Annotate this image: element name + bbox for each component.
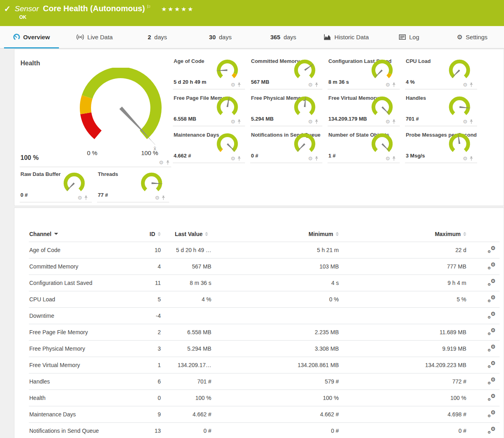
gear-icon[interactable]: ⚙ bbox=[77, 195, 82, 200]
cell-channel[interactable]: Free Virtual Memory bbox=[29, 357, 141, 373]
gauge-title: Age of Code bbox=[174, 58, 204, 64]
pin-icon[interactable] bbox=[237, 156, 241, 161]
table-row[interactable]: Downtime -4 ⚙⚙ bbox=[29, 307, 500, 324]
cell-last-value: 4 % bbox=[161, 291, 215, 307]
table-row[interactable]: Handles 6 701 # 579 # 772 # ⚙⚙ bbox=[29, 373, 500, 390]
pin-icon[interactable] bbox=[470, 156, 473, 161]
cell-id: 2 bbox=[141, 324, 161, 340]
tab-live-data[interactable]: Live Data bbox=[63, 26, 126, 48]
cell-channel[interactable]: Free Page File Memory bbox=[29, 324, 141, 340]
sensor-type-label: Sensor bbox=[15, 4, 39, 13]
cell-maximum: 5 % bbox=[343, 291, 470, 307]
gauge-card: Free Page File Memory 6.558 MB ⚙ bbox=[173, 91, 245, 126]
pin-icon[interactable] bbox=[470, 83, 473, 87]
header-maximum[interactable]: Maximum bbox=[343, 226, 470, 242]
pin-icon[interactable] bbox=[315, 83, 318, 87]
tab-overview[interactable]: Overview bbox=[0, 26, 63, 48]
gauge-chart bbox=[61, 170, 87, 195]
header-last-value[interactable]: Last Value bbox=[161, 226, 215, 242]
pin-icon[interactable] bbox=[315, 119, 318, 124]
cell-minimum: 3.308 MB bbox=[215, 340, 343, 357]
pin-icon[interactable] bbox=[162, 196, 165, 200]
table-row[interactable]: Free Virtual Memory 1 134.209.17… 134.20… bbox=[29, 357, 500, 373]
tab-label: Overview bbox=[23, 34, 50, 40]
cell-channel[interactable]: Age of Code bbox=[29, 242, 141, 258]
cell-channel[interactable]: Notifications in Send Queue bbox=[29, 422, 141, 438]
gear-icon[interactable]: ⚙ bbox=[308, 119, 313, 124]
channel-settings-icon[interactable]: ⚙⚙ bbox=[488, 345, 496, 351]
gear-icon[interactable]: ⚙ bbox=[463, 156, 468, 161]
table-row[interactable]: Configuration Last Saved 11 8 m 36 s 4 s… bbox=[29, 275, 500, 291]
header-id[interactable]: ID bbox=[141, 226, 161, 242]
cell-channel[interactable]: Configuration Last Saved bbox=[29, 275, 141, 291]
gear-icon[interactable]: ⚙ bbox=[463, 119, 468, 124]
cell-maximum: 772 # bbox=[343, 373, 470, 390]
channel-settings-icon[interactable]: ⚙⚙ bbox=[488, 246, 496, 253]
gear-icon[interactable]: ⚙ bbox=[231, 119, 235, 124]
cell-minimum: 103 MB bbox=[215, 258, 343, 275]
gear-icon[interactable]: ⚙ bbox=[308, 82, 313, 87]
pin-icon[interactable] bbox=[315, 156, 318, 161]
channel-settings-icon[interactable]: ⚙⚙ bbox=[488, 410, 496, 417]
pin-icon[interactable] bbox=[237, 83, 241, 87]
table-row[interactable]: Notifications in Send Queue 13 0 # 0 # 0… bbox=[29, 422, 500, 438]
tab-number: 365 bbox=[270, 34, 280, 40]
table-row[interactable]: Free Page File Memory 2 6.558 MB 2.235 M… bbox=[29, 324, 500, 340]
table-row[interactable]: Free Physical Memory 3 5.294 MB 3.308 MB… bbox=[29, 340, 500, 357]
cell-channel[interactable]: Committed Memory bbox=[29, 258, 141, 275]
pin-icon[interactable] bbox=[392, 119, 396, 124]
channel-settings-icon[interactable]: ⚙⚙ bbox=[488, 295, 496, 302]
pin-icon[interactable] bbox=[237, 119, 241, 124]
channel-settings-icon[interactable]: ⚙⚙ bbox=[488, 328, 496, 335]
cell-channel[interactable]: Downtime bbox=[29, 307, 141, 324]
priority-stars[interactable]: ★★★★★ bbox=[161, 6, 194, 13]
cell-last-value: 701 # bbox=[161, 373, 215, 390]
channel-settings-icon[interactable]: ⚙⚙ bbox=[488, 427, 496, 434]
header-channel[interactable]: Channel bbox=[29, 226, 141, 242]
tab-settings[interactable]: ⚙ Settings bbox=[441, 26, 504, 48]
header-minimum[interactable]: Minimum bbox=[215, 226, 343, 242]
gear-icon[interactable]: ⚙ bbox=[385, 82, 390, 87]
gear-icon[interactable]: ⚙ bbox=[231, 156, 235, 161]
gauge-chart bbox=[447, 130, 472, 156]
tab-historic-data[interactable]: Historic Data bbox=[315, 26, 378, 48]
pin-icon[interactable] bbox=[84, 196, 88, 200]
channel-settings-icon[interactable]: ⚙⚙ bbox=[488, 262, 496, 269]
pin-icon[interactable] bbox=[392, 156, 396, 161]
channel-settings-icon[interactable]: ⚙⚙ bbox=[488, 312, 496, 319]
flag-icon[interactable]: ⚐ bbox=[146, 4, 151, 10]
pin-icon[interactable] bbox=[392, 83, 396, 87]
pin-icon[interactable] bbox=[470, 119, 473, 124]
channel-settings-icon[interactable]: ⚙⚙ bbox=[488, 361, 496, 368]
channel-settings-icon[interactable]: ⚙⚙ bbox=[488, 377, 496, 384]
gear-icon[interactable]: ⚙ bbox=[385, 156, 390, 161]
table-header-row: Channel ID Last Value Minimum Maximum bbox=[29, 226, 500, 242]
tab-365-days[interactable]: 365 days bbox=[252, 26, 315, 48]
cell-channel[interactable]: Maintenance Days bbox=[29, 406, 141, 422]
table-row[interactable]: Age of Code 10 5 d 20 h 49 … 5 h 21 m 22… bbox=[29, 242, 500, 258]
cell-channel[interactable]: CPU Load bbox=[29, 291, 141, 307]
tab-2-days[interactable]: 2 days bbox=[126, 26, 189, 48]
table-row[interactable]: Health 0 100 % 100 % 100 % ⚙⚙ bbox=[29, 390, 500, 406]
pin-icon[interactable] bbox=[166, 160, 170, 165]
channel-settings-icon[interactable]: ⚙⚙ bbox=[488, 394, 496, 401]
tab-log[interactable]: Log bbox=[378, 26, 441, 48]
cell-maximum: 100 % bbox=[343, 390, 470, 406]
gear-icon[interactable]: ⚙ bbox=[385, 119, 390, 124]
tab-30-days[interactable]: 30 days bbox=[189, 26, 252, 48]
gear-icon[interactable]: ⚙ bbox=[155, 195, 160, 200]
gear-icon[interactable]: ⚙ bbox=[231, 82, 235, 87]
gauge-title: Raw Data Buffer bbox=[20, 171, 61, 177]
table-row[interactable]: CPU Load 5 4 % 0 % 5 % ⚙⚙ bbox=[29, 291, 500, 307]
channel-settings-icon[interactable]: ⚙⚙ bbox=[488, 279, 496, 286]
gear-icon[interactable]: ⚙ bbox=[463, 82, 468, 87]
table-row[interactable]: Committed Memory 4 567 MB 103 MB 777 MB … bbox=[29, 258, 500, 275]
gear-icon[interactable]: ⚙ bbox=[159, 160, 164, 165]
table-row[interactable]: Maintenance Days 9 4.662 # 4.662 # 4.698… bbox=[29, 406, 500, 422]
cell-channel[interactable]: Handles bbox=[29, 373, 141, 390]
cell-id: 11 bbox=[141, 275, 161, 291]
gauges-panel: Health x̄ 0 % 100 % 100 % ⚙ Age of Code … bbox=[14, 49, 504, 206]
cell-channel[interactable]: Health bbox=[29, 390, 141, 406]
cell-channel[interactable]: Free Physical Memory bbox=[29, 340, 141, 357]
gear-icon[interactable]: ⚙ bbox=[308, 156, 313, 161]
